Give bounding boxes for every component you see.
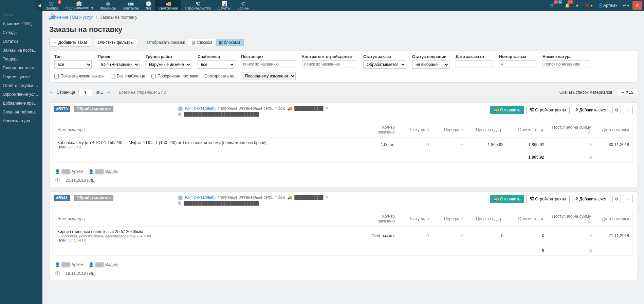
- sidebar-item-8[interactable]: Оформление усл…: [0, 90, 42, 99]
- chk-showothers[interactable]: Показать чужие заказы: [54, 74, 105, 78]
- filter-opstatus[interactable]: не выбрано: [412, 60, 449, 69]
- filter-project[interactable]: Ю-4 (Янтарный): [98, 60, 140, 69]
- page-of: из 1: [95, 90, 103, 95]
- cart-button[interactable]: 🛒 1 5: [547, 0, 557, 11]
- construction-contracts-button[interactable]: 🏗 Стройконтракты: [526, 195, 570, 203]
- topnav-tab-3[interactable]: 🪪Контакты: [119, 0, 142, 11]
- row-sumin[interactable]: 0: [548, 138, 595, 152]
- sidebar-search: 🔍: [0, 11, 42, 19]
- filter-orderstatus-label: Статус заказа: [363, 54, 406, 59]
- col-date: Дата поставки: [595, 122, 632, 138]
- filter-deal[interactable]: [302, 60, 357, 68]
- filter-orderno[interactable]: [499, 60, 536, 68]
- filter-orderno-label: Номер заказа: [499, 54, 536, 59]
- order-timestamp: 20.11.2018 (8д.): [66, 178, 95, 183]
- row-sumin[interactable]: 0: [548, 227, 595, 245]
- bell-button[interactable]: 🔔 87: [562, 0, 573, 11]
- sidebar-item-10[interactable]: Сводная таблица: [0, 108, 42, 117]
- star-button[interactable]: ★: [573, 0, 582, 11]
- topnav-tab-2[interactable]: ◎Финансы: [97, 0, 119, 11]
- view-list[interactable]: ▤ списком: [188, 39, 216, 46]
- chk-overdue[interactable]: Просрочена поставка: [151, 74, 198, 78]
- order-id-badge[interactable]: #5941: [54, 195, 70, 201]
- person-1: 👤 ███ Артём: [55, 262, 83, 267]
- send-button[interactable]: 🚚 Отправить: [490, 195, 524, 203]
- send-button[interactable]: 🚚 Отправить: [490, 106, 524, 114]
- sort-select[interactable]: Последнему изменени: [242, 72, 296, 80]
- breadcrumb: Движение ТМЦ и услуг / Заказы на поставк…: [42, 11, 644, 20]
- add-bill-button[interactable]: ₽ Добавить счет: [572, 195, 610, 203]
- topnav-tab-4[interactable]: 🕘Лог: [142, 0, 155, 11]
- sidebar-collapse[interactable]: ◀: [36, 0, 42, 11]
- table-row: Кирпич глиняный полнотелый 250х120х65мм5…: [54, 227, 632, 245]
- user-name: Артем: [603, 3, 615, 8]
- toolbox-button[interactable]: 💼 ▾: [582, 0, 595, 11]
- bell-badge: 87: [568, 0, 573, 4]
- row-trans[interactable]: 0: [432, 138, 466, 152]
- more-button[interactable]: ⋮: [623, 195, 633, 203]
- copy-button[interactable]: ⧉: [612, 106, 621, 114]
- filter-type[interactable]: все: [54, 60, 92, 69]
- topnav-tab-0[interactable]: 🛒Заявки4: [42, 0, 61, 11]
- construction-contracts-button[interactable]: 🏗 Стройконтракты: [526, 106, 570, 114]
- sidebar-item-4[interactable]: Тендеры: [0, 55, 42, 64]
- order-project-link[interactable]: Ю-4 (Янтарный): [185, 106, 216, 111]
- truck-icon: 🚚: [165, 1, 171, 6]
- row-date: 30.11.2018: [595, 138, 632, 152]
- copy-button[interactable]: ⧉: [612, 195, 621, 203]
- sidebar-item-3[interactable]: Заказы на поставку: [0, 46, 42, 55]
- filter-workgroup[interactable]: Наружные инжене: [146, 60, 191, 69]
- show-orders-label: Отображать заказы:: [147, 40, 185, 45]
- breadcrumb-link[interactable]: Движение ТМЦ и услуг: [49, 15, 93, 20]
- page-totals: Всего на странице: 2 / 2: [119, 90, 166, 95]
- sidebar-item-11[interactable]: Номенклатура: [0, 117, 42, 125]
- filter-datefrom[interactable]: [456, 60, 493, 68]
- sidebar-item-5[interactable]: График поставок: [0, 64, 42, 72]
- page-prev[interactable]: ←: [49, 90, 53, 95]
- topnav-tab-6[interactable]: 🏗Строительство: [181, 0, 214, 11]
- call-button[interactable]: ✆: [632, 1, 642, 10]
- filter-supplier[interactable]: все: [198, 60, 235, 69]
- filter-vendor[interactable]: [241, 60, 296, 68]
- sidebar-item-7[interactable]: Отчет о покупке Т…: [0, 81, 42, 90]
- view-toggle: ▤ списком ▦ блоками: [188, 39, 244, 46]
- sidebar-item-1[interactable]: Склады: [0, 28, 42, 37]
- order-project-link[interactable]: Ю-4 (Янтарный): [185, 195, 216, 200]
- filter-orderstatus[interactable]: Обрабатывается: [363, 60, 406, 69]
- col-trans: Передано: [432, 211, 466, 227]
- topnav-tab-7[interactable]: 📊Отчеты: [214, 0, 234, 11]
- row-trans[interactable]: 0: [432, 227, 466, 245]
- order-id-badge[interactable]: #5978: [54, 106, 70, 112]
- chk-nosupplier[interactable]: Без снабженца: [111, 74, 145, 78]
- col-nomen: Номенклатура: [54, 122, 368, 138]
- edit-icon[interactable]: ✎: [325, 106, 329, 111]
- order-project-note: Наружные инженерные сети 4 дом: [218, 106, 285, 111]
- sidebar-item-9[interactable]: Добавление пров…: [0, 99, 42, 108]
- download-xls[interactable]: → XLS: [617, 89, 637, 96]
- phone-icon: ✆: [241, 1, 245, 6]
- view-blocks[interactable]: ▦ блоками: [216, 39, 243, 46]
- add-bill-button[interactable]: ₽ Добавить счет: [572, 106, 610, 114]
- logout-button[interactable]: ↩ ▾: [620, 0, 632, 11]
- sidebar-item-0[interactable]: Движение ТМЦ: [0, 19, 42, 28]
- topnav-tab-8[interactable]: ✆Звонки: [234, 0, 253, 11]
- row-in[interactable]: 0: [398, 227, 432, 245]
- sidebar-item-2[interactable]: Остатки: [0, 37, 42, 46]
- sidebar-item-6[interactable]: Перемещение: [0, 72, 42, 81]
- filter-nomen[interactable]: [542, 60, 590, 68]
- edit-icon[interactable]: ✎: [325, 195, 329, 200]
- page-next[interactable]: →: [107, 90, 111, 95]
- user-menu[interactable]: 👤 Артем ▾: [595, 0, 620, 11]
- topnav-tab-1[interactable]: 🏢Недвижимость ▾: [61, 0, 97, 11]
- col-in: Поступило: [398, 211, 432, 227]
- cart-icon: 🛒: [49, 1, 55, 6]
- top-nav: ◀ 🛒Заявки4🏢Недвижимость ▾◎Финансы🪪Контак…: [0, 0, 644, 11]
- row-in[interactable]: 0: [398, 138, 432, 152]
- logo: [0, 0, 36, 11]
- more-button[interactable]: ⋮: [623, 106, 633, 114]
- topnav-tab-5[interactable]: 🚚Снабжение: [155, 0, 181, 11]
- page-input[interactable]: [78, 89, 92, 96]
- clear-filters-button[interactable]: Очистить фильтры: [94, 39, 137, 46]
- add-order-button[interactable]: ＋ Добавить заказ: [49, 38, 91, 47]
- col-cost: Стоимость, р.: [507, 211, 548, 227]
